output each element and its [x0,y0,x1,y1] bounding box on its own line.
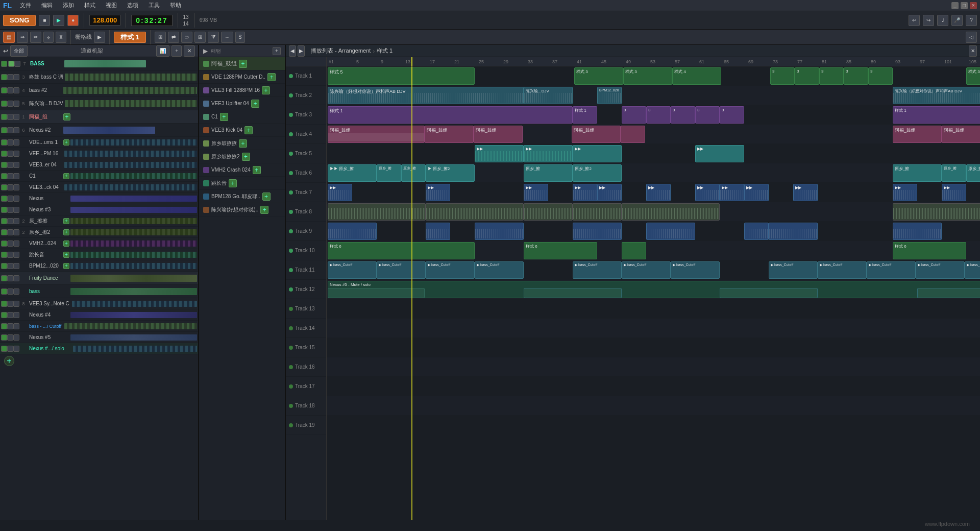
channel-name[interactable]: Nexus #.../ solo [28,346,66,351]
dollar-btn[interactable]: $ [235,32,246,43]
playhead[interactable] [411,57,412,66]
clip[interactable]: ▶▶ [942,184,966,201]
channel-mute-btn[interactable] [7,101,13,107]
style-mode-btn[interactable]: 样式 1 [114,32,146,43]
menu-tools[interactable]: 工具 [146,1,162,10]
channel-led[interactable] [1,207,7,213]
piano-roll-btn[interactable]: ⇒ [17,32,28,43]
clip[interactable]: 阿福_鼓组 [572,126,621,143]
mixer2-btn[interactable]: ⊞ [194,32,206,43]
clip[interactable]: ▶▶ [720,184,744,201]
channel-led[interactable] [1,184,7,190]
clip[interactable]: 样式 3 [623,67,672,85]
clip[interactable] [475,223,524,240]
clip[interactable]: ▶ bass_Cutoff [377,261,426,279]
clip[interactable]: ▶▶ 原乡_擦 [328,164,377,182]
channel-led[interactable] [1,288,7,295]
pattern-add-icon[interactable]: + [260,206,268,214]
channel-solo-btn[interactable] [13,301,19,307]
channel-name[interactable]: 陈兴瑜...B DJV [28,100,65,107]
channel-led[interactable] [1,114,7,120]
channel-name[interactable]: VEE3 Sy...Note C [28,301,71,306]
channel-led[interactable] [1,173,7,179]
clip[interactable]: 原乡_擦 [377,164,401,182]
channel-all-label[interactable]: 全部 [10,45,28,57]
clip[interactable]: 3 [695,106,720,124]
channel-name[interactable]: Nexus #2 [28,127,63,133]
menu-help[interactable]: 帮助 [168,1,183,10]
channel-solo-btn[interactable] [13,87,19,93]
clip[interactable]: 原乡_擦 [893,164,942,182]
channel-solo-btn[interactable] [13,114,19,120]
channel-name-fruity-dance[interactable]: Fruity Dance [28,275,63,281]
pattern-item[interactable]: BPM128 Go..耶皮耶.. + [199,190,285,203]
clip[interactable]: ▶▶ [524,184,548,201]
clip[interactable]: 原乡_擦 [401,164,426,182]
channel-add-small[interactable]: + [63,173,69,179]
channel-mute-btn[interactable] [7,74,13,80]
record-btn[interactable]: ● [67,15,79,26]
clip[interactable]: ▶ bass_Cutoff [622,261,671,279]
clip[interactable]: ▶▶ [475,145,524,162]
channel-solo-btn[interactable] [13,312,19,318]
playlist-close-btn[interactable]: ✕ [969,45,977,57]
pattern-item[interactable]: 原乡鼓撩撩 + [199,137,285,150]
record-audio-btn[interactable]: 🎤 [951,15,963,26]
clip[interactable]: 3 [671,106,695,124]
undo-btn[interactable]: ↩ [909,15,920,26]
menu-file[interactable]: 文件 [18,1,33,10]
clip[interactable]: ▶▶ [573,184,597,201]
help-btn[interactable]: ? [966,15,977,26]
export-btn[interactable]: ⧩ [208,32,219,43]
clip[interactable]: 3 [720,106,744,124]
channel-add-btn[interactable]: + [172,45,182,57]
clip[interactable]: ▶ bass_Cutoff [573,261,622,279]
clip[interactable]: 3 [646,106,671,124]
channel-solo-btn[interactable] [13,101,19,107]
clip[interactable]: 样式 3 [574,67,623,85]
channel-led[interactable] [1,87,7,93]
clip[interactable]: 阿福_鼓组 [425,126,474,143]
channel-led[interactable] [1,196,7,202]
clip[interactable]: ▶ bass_Cutoff [965,261,980,279]
clip[interactable]: 3 [868,67,893,85]
clip[interactable]: 3 [819,67,844,85]
clip[interactable]: 3 [844,67,868,85]
channel-solo-btn[interactable] [13,229,19,235]
stop-btn[interactable]: ■ [39,15,50,26]
menu-style[interactable]: 样式 [82,1,97,10]
clip[interactable]: 陈兴瑜（好想对你说）声和声AB DJV [893,87,980,104]
pattern-add-icon[interactable]: + [253,166,261,174]
clip[interactable]: 阿福_鼓组 [328,126,425,143]
pattern-item[interactable]: 跳长音 + [199,177,285,190]
clip[interactable] [328,203,426,221]
pattern-add-icon[interactable]: + [251,100,259,108]
clip[interactable] [744,223,769,240]
clip[interactable]: 样式 1 [328,106,573,124]
channel-mute-btn[interactable] [7,87,13,93]
channel-bars-btn[interactable]: 📊 [156,45,169,57]
draw-btn[interactable]: ✏ [30,32,41,43]
channel-mute-btn[interactable] [7,240,13,247]
channel-mute-btn[interactable] [7,334,13,341]
clip[interactable] [426,223,450,240]
clip[interactable]: 样式 3 [966,67,980,85]
channel-name[interactable]: VDE...ums 1 [28,139,63,145]
channel-name[interactable]: 原乡_擦2 [28,229,63,236]
menu-options[interactable]: 选项 [125,1,140,10]
menu-add[interactable]: 添加 [61,1,76,10]
channel-mute-btn[interactable] [7,184,13,190]
clip[interactable]: ▶ bass_Cutoff [426,261,475,279]
pattern-add-icon[interactable]: + [267,73,276,81]
metronome-btn[interactable]: ♩ [937,15,948,26]
channel-name-bass[interactable]: bass [28,288,63,294]
channel-led[interactable] [1,312,7,318]
channel-solo-btn[interactable] [13,173,19,179]
pattern-item[interactable]: 陈兴瑜(好想对你说).. + [199,203,285,216]
clip[interactable] [524,203,573,221]
pattern-item[interactable]: VMH2 Crash 024 + [199,163,285,177]
channel-solo-btn[interactable] [13,162,19,168]
clip[interactable]: ▶▶ [524,145,573,162]
pattern-add-icon[interactable]: + [220,113,228,121]
pattern-item[interactable]: C1 + [199,110,285,124]
